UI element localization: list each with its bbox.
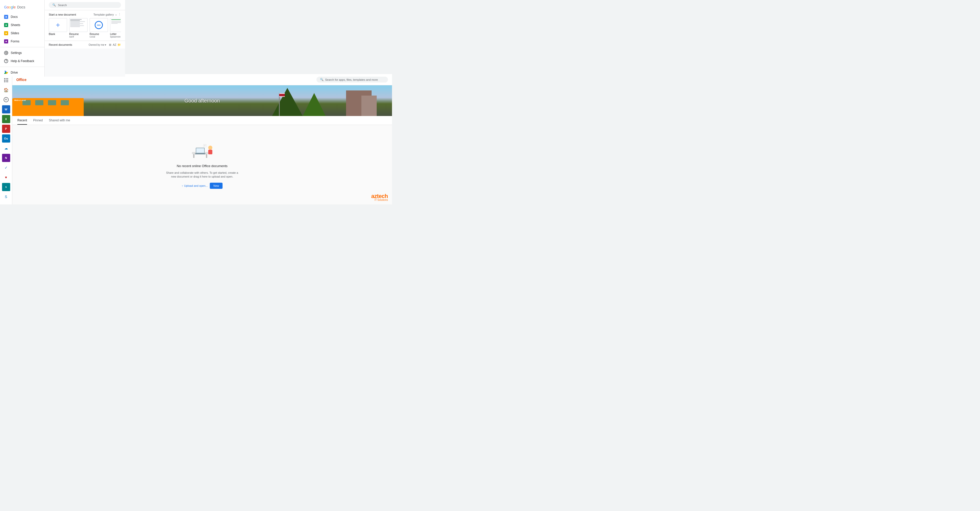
tab-recent[interactable]: Recent xyxy=(18,118,27,125)
template-blank[interactable]: + Blank xyxy=(49,18,67,38)
sidebar-item-slides[interactable]: ■ Slides xyxy=(0,29,45,37)
sidebar-powerpoint-button[interactable]: P xyxy=(2,125,10,133)
new-document-button[interactable]: New xyxy=(210,183,223,189)
template-letter[interactable]: Letter Spearmint xyxy=(110,18,121,38)
grid-menu-icon xyxy=(4,78,8,82)
office-panel: 🏠 + W X P Ou ☁ N ✓ ♥ S S Office 🔍 Search… xyxy=(0,74,392,204)
svg-rect-10 xyxy=(208,150,212,154)
google-wordmark: Google xyxy=(4,5,16,9)
sidebar-todo-button[interactable]: ✓ xyxy=(2,163,10,172)
office-main: Office 🔍 Search for apps, files, templat… xyxy=(12,74,392,204)
search-icon: 🔍 xyxy=(52,3,56,6)
office-brand-label: Office xyxy=(16,78,27,82)
templates-section: Start a new document Template gallery ⌄ … xyxy=(45,10,125,41)
search-icon: 🔍 xyxy=(320,78,324,81)
office-empty-state: No recent online Office documents Share … xyxy=(12,125,392,204)
nav-divider xyxy=(0,47,45,47)
nav-divider-2 xyxy=(0,67,45,67)
sidebar-item-help[interactable]: ? Help & Feedback xyxy=(0,57,45,65)
svg-point-9 xyxy=(208,145,212,150)
template-gallery-button[interactable]: Template gallery ⌄ ⋮ xyxy=(94,13,121,16)
health-icon: ♥ xyxy=(5,175,7,179)
folder-icon[interactable]: 📁 xyxy=(118,43,121,46)
sidebar-item-sheets[interactable]: ■ Sheets xyxy=(0,21,45,29)
sidebar-sway-button[interactable]: S xyxy=(2,183,10,191)
office-tabs: Recent Pinned Shared with me xyxy=(12,116,392,125)
bus-window xyxy=(35,100,43,105)
template-resume-serif[interactable]: Resume Serif xyxy=(69,18,88,38)
iso-logo: ISO xyxy=(95,21,103,29)
recent-controls: Owned by me ▾ ⊞ AZ 📁 xyxy=(89,43,121,46)
hero-tree-2 xyxy=(303,93,326,116)
sidebar-item-drive[interactable]: Drive xyxy=(0,69,45,77)
more-icon: ⋮ xyxy=(118,13,121,16)
svg-rect-8 xyxy=(195,153,205,154)
drive-icon xyxy=(4,70,8,75)
skype-icon: S xyxy=(5,195,7,199)
upload-open-button[interactable]: ↑ Upload and open... xyxy=(182,184,208,187)
svg-rect-5 xyxy=(206,154,207,158)
chevron-icon: ⌄ xyxy=(115,13,117,16)
recent-title: Recent documents xyxy=(49,43,72,46)
sidebar-add-button[interactable]: + xyxy=(2,96,10,104)
gdocs-search-bar: 🔍 Search xyxy=(45,0,125,10)
sort-icon[interactable]: AZ xyxy=(113,43,116,46)
sidebar-word-button[interactable]: W xyxy=(2,105,10,113)
sidebar-item-forms[interactable]: ■ Forms xyxy=(0,37,45,45)
onedrive-icon: ☁ xyxy=(4,146,8,150)
grid-view-icon[interactable]: ⊞ xyxy=(108,43,112,46)
sidebar-onedrive-button[interactable]: ☁ xyxy=(2,144,10,152)
gdocs-main-content: 🔍 Search Start a new document Template g… xyxy=(45,0,125,77)
sidebar-skype-button[interactable]: S xyxy=(2,193,10,201)
slides-icon: ■ xyxy=(4,31,8,35)
svg-rect-4 xyxy=(193,154,194,158)
empty-state-title: No recent online Office documents xyxy=(177,164,228,168)
office-grid-menu[interactable] xyxy=(2,76,10,84)
templates-section-title: Start a new document xyxy=(49,13,76,16)
gdocs-logo: Google Docs xyxy=(0,3,45,13)
todo-icon: ✓ xyxy=(5,166,8,170)
svg-rect-11 xyxy=(204,144,207,147)
aztech-logo: aztech IT Solutions xyxy=(371,193,388,201)
empty-state-subtitle: Share and collaborate with others. To ge… xyxy=(164,171,240,179)
template-resume-coral[interactable]: ISO Resume Coral xyxy=(89,18,108,38)
empty-state-illustration xyxy=(189,141,215,161)
tab-pinned[interactable]: Pinned xyxy=(33,118,43,125)
blank-plus-icon: + xyxy=(56,21,60,29)
office-search-bar[interactable]: 🔍 Search for apps, files, templates and … xyxy=(317,77,388,83)
forms-icon: ■ xyxy=(4,39,8,43)
sidebar-outlook-button[interactable]: Ou xyxy=(2,134,10,142)
settings-icon: ⚙ xyxy=(4,51,8,55)
office-hero-banner: Metro Local Good afternoon xyxy=(12,85,392,116)
sheets-icon: ■ xyxy=(4,23,8,27)
sidebar-onenote-button[interactable]: N xyxy=(2,154,10,162)
hero-flag xyxy=(279,93,285,97)
bus-window xyxy=(61,100,69,105)
sidebar-item-docs[interactable]: ■ Docs xyxy=(0,13,45,21)
svg-rect-7 xyxy=(196,148,204,153)
gdocs-search-container[interactable]: 🔍 Search xyxy=(49,2,121,8)
hero-bus: Metro Local xyxy=(12,98,84,116)
empty-state-actions: ↑ Upload and open... New xyxy=(182,183,223,189)
bus-window xyxy=(48,100,56,105)
hero-greeting-text: Good afternoon xyxy=(185,98,220,104)
recent-documents-header: Recent documents Owned by me ▾ ⊞ AZ 📁 xyxy=(45,41,125,48)
add-icon: + xyxy=(3,97,9,102)
hero-tree xyxy=(272,88,303,116)
docs-icon: ■ xyxy=(4,15,8,19)
sidebar-item-settings[interactable]: ⚙ Settings xyxy=(0,49,45,57)
docs-wordmark: Docs xyxy=(17,5,25,9)
owned-by-me-filter[interactable]: Owned by me ▾ xyxy=(89,43,106,46)
empty-illustration-svg xyxy=(189,141,215,161)
view-toggle: ⊞ AZ 📁 xyxy=(108,43,121,46)
bus-label: Metro Local xyxy=(14,99,26,101)
sidebar-excel-button[interactable]: X xyxy=(2,115,10,123)
sidebar-home-button[interactable]: 🏠 xyxy=(2,86,10,94)
svg-marker-2 xyxy=(4,71,6,72)
office-sidebar: 🏠 + W X P Ou ☁ N ✓ ♥ S S xyxy=(0,74,12,204)
dropdown-arrow: ▾ xyxy=(105,43,106,46)
upload-icon: ↑ xyxy=(182,184,183,187)
tab-shared[interactable]: Shared with me xyxy=(49,118,70,125)
sidebar-health-button[interactable]: ♥ xyxy=(2,173,10,181)
help-icon: ? xyxy=(4,59,8,63)
